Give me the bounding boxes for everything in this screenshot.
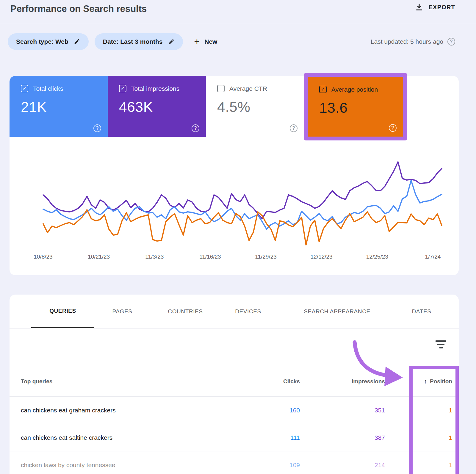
- table-row[interactable]: chicken laws by county tennessee1092141: [10, 451, 459, 474]
- tab-queries[interactable]: QUERIES: [31, 295, 94, 328]
- query-cell: chicken laws by county tennessee: [21, 462, 215, 469]
- total-impressions-value: 463K: [119, 99, 206, 115]
- tab-dates[interactable]: DATES: [398, 295, 445, 328]
- header-divider: [0, 23, 476, 23]
- table-header-row: Top queries Clicks Impressions ↑Position: [10, 366, 459, 397]
- help-icon[interactable]: ?: [192, 124, 199, 132]
- average-position-checkbox[interactable]: ✓: [319, 86, 327, 93]
- position-cell: 1: [385, 407, 452, 414]
- table-row[interactable]: can chickens eat saltine crackers1113871: [10, 424, 459, 451]
- export-button[interactable]: EXPORT: [415, 3, 455, 11]
- tab-pages[interactable]: PAGES: [94, 295, 150, 328]
- metric-cards-row: ✓ Total clicks 21K ? ✓ Total impressions…: [10, 76, 459, 137]
- search-type-chip-label: Search type: Web: [16, 38, 68, 45]
- average-position-value: 13.6: [319, 100, 403, 116]
- x-axis-label: 10/8/23: [34, 254, 52, 260]
- column-header-impressions[interactable]: Impressions: [300, 378, 385, 385]
- chart-canvas: [10, 137, 459, 275]
- x-axis-label: 11/29/23: [255, 254, 277, 260]
- position-cell: 1: [385, 462, 452, 469]
- help-icon[interactable]: ?: [447, 38, 455, 46]
- average-ctr-label: Average CTR: [229, 85, 267, 92]
- total-impressions-checkbox[interactable]: ✓: [119, 85, 126, 92]
- date-range-chip[interactable]: Date: Last 3 months: [95, 33, 183, 50]
- query-cell: can chickens eat saltine crackers: [21, 434, 215, 441]
- total-clicks-card[interactable]: ✓ Total clicks 21K ?: [10, 76, 108, 137]
- date-range-chip-label: Date: Last 3 months: [103, 38, 163, 45]
- help-icon[interactable]: ?: [389, 124, 397, 132]
- tab-devices[interactable]: DEVICES: [220, 295, 276, 328]
- position-cell: 1: [385, 434, 452, 441]
- performance-chart-panel: ✓ Total clicks 21K ? ✓ Total impressions…: [10, 76, 459, 275]
- column-header-top-queries[interactable]: Top queries: [21, 378, 215, 385]
- total-impressions-label: Total impressions: [131, 85, 179, 92]
- clicks-cell: 109: [215, 462, 300, 469]
- download-icon: [415, 3, 423, 11]
- last-updated-label: Last updated: 5 hours ago: [371, 38, 443, 45]
- tab-search-appearance[interactable]: SEARCH APPEARANCE: [276, 295, 398, 328]
- total-impressions-card[interactable]: ✓ Total impressions 463K ?: [108, 76, 206, 137]
- average-ctr-value: 4.5%: [217, 99, 304, 115]
- x-axis-label: 12/25/23: [366, 254, 388, 260]
- average-ctr-checkbox[interactable]: ✓: [217, 85, 225, 92]
- x-axis-label: 10/21/23: [88, 254, 110, 260]
- x-axis-label: 11/3/23: [145, 254, 164, 260]
- average-position-card[interactable]: ✓ Average position 13.6 ?: [308, 77, 403, 137]
- last-updated: Last updated: 5 hours ago ?: [371, 33, 455, 50]
- tab-countries[interactable]: COUNTRIES: [150, 295, 220, 328]
- new-filter-label: New: [204, 38, 217, 45]
- sort-ascending-icon: ↑: [424, 378, 427, 384]
- clicks-cell: 111: [215, 434, 300, 441]
- column-header-clicks[interactable]: Clicks: [215, 378, 300, 385]
- total-clicks-checkbox[interactable]: ✓: [21, 85, 28, 92]
- performance-line-chart: 10/8/2310/21/2311/3/2311/16/2311/29/2312…: [10, 137, 459, 275]
- help-icon[interactable]: ?: [93, 124, 101, 132]
- export-label: EXPORT: [429, 4, 455, 11]
- filter-icon[interactable]: [436, 340, 446, 348]
- query-cell: can chickens eat graham crackers: [21, 407, 215, 414]
- page-title: Performance on Search results: [10, 2, 147, 16]
- search-type-chip[interactable]: Search type: Web: [8, 33, 89, 50]
- series-average-position: [43, 210, 442, 245]
- dimension-tabs: QUERIESPAGESCOUNTRIESDEVICESSEARCH APPEA…: [10, 295, 459, 328]
- average-position-label: Average position: [331, 86, 378, 93]
- new-filter-button[interactable]: + New: [194, 37, 217, 46]
- clicks-cell: 160: [215, 407, 300, 414]
- filters-bar: Search type: Web Date: Last 3 months + N…: [8, 33, 217, 50]
- table-row[interactable]: can chickens eat graham crackers1603511: [10, 397, 459, 424]
- table-body: can chickens eat graham crackers1603511c…: [10, 397, 459, 474]
- x-axis-label: 1/7/24: [425, 254, 441, 260]
- plus-icon: +: [194, 37, 200, 46]
- total-clicks-label: Total clicks: [33, 85, 63, 92]
- queries-table: Top queries Clicks Impressions ↑Position…: [10, 366, 459, 474]
- edit-pencil-icon: [74, 38, 80, 45]
- average-position-highlight-frame: ✓ Average position 13.6 ?: [304, 73, 407, 140]
- average-ctr-card[interactable]: ✓ Average CTR 4.5% ?: [206, 76, 304, 137]
- help-icon[interactable]: ?: [290, 124, 298, 132]
- total-clicks-value: 21K: [21, 99, 108, 115]
- x-axis-label: 12/12/23: [311, 254, 333, 260]
- column-header-position[interactable]: ↑Position: [385, 378, 452, 385]
- edit-pencil-icon: [168, 38, 175, 45]
- impressions-cell: 351: [300, 407, 385, 414]
- results-table-panel: QUERIESPAGESCOUNTRIESDEVICESSEARCH APPEA…: [10, 295, 459, 474]
- impressions-cell: 214: [300, 462, 385, 469]
- impressions-cell: 387: [300, 434, 385, 441]
- table-toolbar: [10, 328, 459, 366]
- x-axis-label: 11/16/23: [199, 254, 221, 260]
